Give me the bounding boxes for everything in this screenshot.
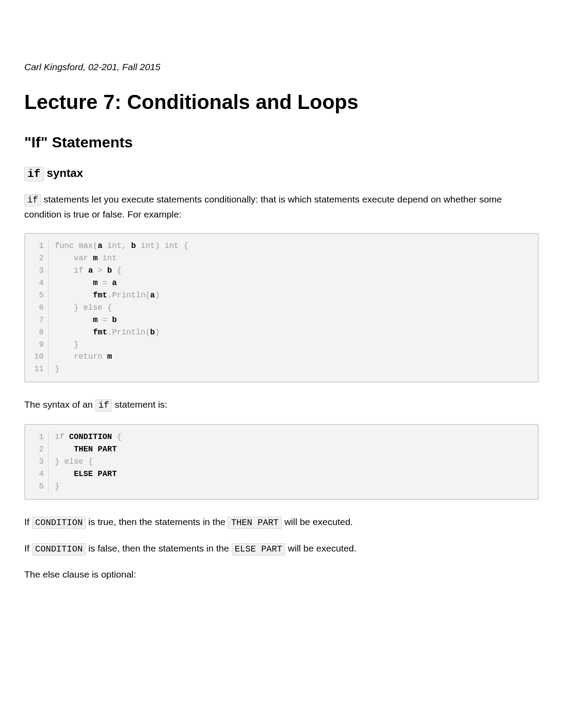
code-line: 3 if a > b { xyxy=(31,265,532,277)
code-content: } else { xyxy=(55,456,532,468)
code-content: if CONDITION { xyxy=(55,431,532,443)
code-content: } xyxy=(55,363,532,375)
paragraph: If CONDITION is true, then the statement… xyxy=(24,515,539,530)
code-content: } xyxy=(55,480,532,493)
inline-code: ELSE PART xyxy=(232,543,286,555)
code-content: func max(a int, b int) int { xyxy=(55,240,532,252)
code-content: var m int xyxy=(55,252,532,265)
inline-code: CONDITION xyxy=(32,543,86,555)
subsection-text: syntax xyxy=(44,166,83,180)
code-content: if a > b { xyxy=(55,265,532,277)
code-line: 1if CONDITION { xyxy=(31,431,532,443)
paragraph-text: statement is: xyxy=(112,399,167,409)
code-line: 4 ELSE PART xyxy=(31,468,532,480)
line-number: 1 xyxy=(31,240,49,252)
paragraph-text: will be executed. xyxy=(285,543,356,553)
code-content: m = b xyxy=(55,314,532,326)
paragraph-text: The syntax of an xyxy=(24,399,95,409)
paragraph-text: is false, then the statements in the xyxy=(86,543,231,553)
code-line: 5 fmt.Println(a) xyxy=(31,289,532,302)
code-content: } else { xyxy=(55,302,532,314)
inline-code: if xyxy=(95,399,112,412)
line-number: 6 xyxy=(31,302,49,314)
code-line: 4 m = a xyxy=(31,277,532,289)
code-content: m = a xyxy=(55,277,532,289)
subsection-heading: if syntax xyxy=(24,166,539,180)
paragraph-text: will be executed. xyxy=(282,517,353,527)
code-content: } xyxy=(55,339,532,351)
code-line: 6 } else { xyxy=(31,302,532,314)
line-number: 8 xyxy=(31,326,49,339)
line-number: 11 xyxy=(31,363,49,375)
line-number: 5 xyxy=(31,289,49,302)
code-block: 1if CONDITION {2 THEN PART3} else {4 ELS… xyxy=(24,424,539,499)
byline: Carl Kingsford, 02-201, Fall 2015 xyxy=(24,62,539,72)
code-line: 8 fmt.Println(b) xyxy=(31,326,532,339)
code-line: 2 THEN PART xyxy=(31,443,532,456)
line-number: 4 xyxy=(31,468,49,480)
code-line: 2 var m int xyxy=(31,252,532,265)
line-number: 5 xyxy=(31,480,49,493)
inline-code: CONDITION xyxy=(32,517,86,529)
paragraph-text: If xyxy=(24,543,32,553)
code-line: 7 m = b xyxy=(31,314,532,326)
paragraph-text: is true, then the statements in the xyxy=(86,517,228,527)
code-content: return m xyxy=(55,351,532,363)
paragraph: If CONDITION is false, then the statemen… xyxy=(24,541,539,556)
line-number: 3 xyxy=(31,456,49,468)
code-content: THEN PART xyxy=(55,443,532,456)
line-number: 10 xyxy=(31,351,49,363)
code-line: 1func max(a int, b int) int { xyxy=(31,240,532,252)
page: Carl Kingsford, 02-201, Fall 2015 Lectur… xyxy=(0,0,563,728)
code-content: ELSE PART xyxy=(55,468,532,480)
paragraph: The syntax of an if statement is: xyxy=(24,398,539,413)
line-number: 2 xyxy=(31,252,49,265)
code-line: 11} xyxy=(31,363,532,375)
line-number: 9 xyxy=(31,339,49,351)
code-line: 9 } xyxy=(31,339,532,351)
code-block: 1func max(a int, b int) int {2 var m int… xyxy=(24,233,539,383)
line-number: 3 xyxy=(31,265,49,277)
line-number: 4 xyxy=(31,277,49,289)
code-line: 5} xyxy=(31,480,532,493)
inline-code: if xyxy=(24,167,44,181)
paragraph-text: If xyxy=(24,517,32,527)
line-number: 7 xyxy=(31,314,49,326)
code-content: fmt.Println(b) xyxy=(55,326,532,339)
page-title: Lecture 7: Conditionals and Loops xyxy=(24,90,539,114)
inline-code: THEN PART xyxy=(228,517,282,529)
code-content: fmt.Println(a) xyxy=(55,289,532,302)
code-line: 10 return m xyxy=(31,351,532,363)
line-number: 2 xyxy=(31,443,49,456)
code-line: 3} else { xyxy=(31,456,532,468)
paragraph-text: statements let you execute statements co… xyxy=(24,194,502,219)
paragraph: if statements let you execute statements… xyxy=(24,192,539,221)
section-heading: "If" Statements xyxy=(24,134,539,151)
paragraph: The else clause is optional: xyxy=(24,567,539,582)
inline-code: if xyxy=(24,194,41,206)
line-number: 1 xyxy=(31,431,49,443)
